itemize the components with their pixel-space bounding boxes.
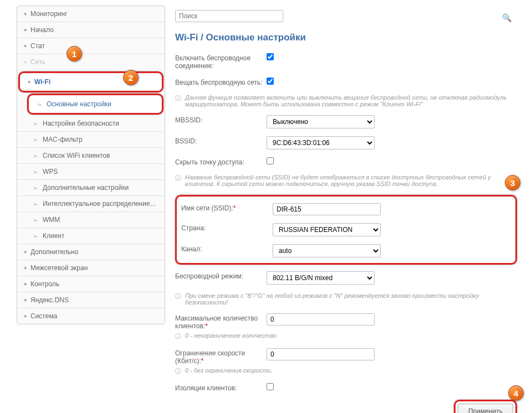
search-icon: 🔍 <box>502 13 511 22</box>
checkbox-isolation[interactable] <box>267 383 274 390</box>
sidebar: ◈Мониторинг ◈Начало ◈Стат ◈Сеть ◈Wi-Fi ›… <box>17 6 165 324</box>
checkbox-broadcast[interactable] <box>267 78 274 85</box>
label-country: Страна: <box>181 223 273 232</box>
sidebar-sub-smart[interactable]: ›Интеллектуальное распределение Wi-Fi- <box>17 196 165 212</box>
sidebar-item-wifi[interactable]: ◈Wi-Fi <box>21 74 161 90</box>
label-hide-ap: Скрыть точку доступа: <box>175 157 267 166</box>
sidebar-item-start[interactable]: ◈Начало <box>17 22 165 38</box>
select-bssid[interactable]: 9C:D6:43:3D:01:06 <box>267 136 375 149</box>
sidebar-item-monitoring[interactable]: ◈Мониторинг <box>17 6 165 22</box>
input-max-clients[interactable] <box>267 313 375 326</box>
sidebar-sub-macfilter[interactable]: ›MAC-фильтр <box>17 132 165 148</box>
checkbox-hide-ap[interactable] <box>267 157 274 164</box>
select-mode[interactable]: 802.11 B/G/N mixed <box>267 271 375 285</box>
page-title: Wi-Fi / Основные настройки <box>175 32 517 43</box>
info-icon <box>175 332 185 340</box>
label-enable-wireless: Включить беспроводное соединение: <box>175 53 267 70</box>
main-content: 🔍 Wi-Fi / Основные настройки Включить бе… <box>171 6 524 413</box>
info-icon <box>175 367 185 375</box>
select-channel[interactable]: auto <box>273 244 381 257</box>
annotation-marker-3: 3 <box>505 175 520 190</box>
sidebar-item-control[interactable]: ◈Контроль <box>17 276 165 292</box>
sidebar-item-network[interactable]: ◈Сеть <box>17 54 165 70</box>
label-ssid: Имя сети (SSID):* <box>181 203 273 212</box>
info-max-clients: 0 - неограниченное количество <box>185 332 517 340</box>
label-mode: Беспроводной режим: <box>175 271 267 280</box>
sidebar-sub-clients[interactable]: ›Список WiFi клиентов <box>17 148 165 164</box>
info-icon <box>175 94 185 107</box>
sidebar-item-status[interactable]: ◈Стат <box>17 38 165 54</box>
sidebar-sub-security[interactable]: ›Настройки безопасности <box>17 116 165 132</box>
apply-button[interactable]: Применить <box>458 404 513 413</box>
info-icon <box>175 292 185 306</box>
annotation-marker-2: 2 <box>123 70 139 85</box>
sidebar-sub-advanced[interactable]: ›Дополнительные настройки <box>17 180 165 196</box>
sidebar-item-additional[interactable]: ◈Дополнительно <box>17 244 165 260</box>
input-ssid[interactable] <box>273 203 381 215</box>
label-mbssid: MBSSID: <box>175 115 267 124</box>
annotation-marker-1: 1 <box>66 46 82 61</box>
search-input[interactable] <box>175 10 283 22</box>
select-country[interactable]: RUSSIAN FEDERATION <box>273 223 381 236</box>
input-rate-limit[interactable] <box>267 348 375 360</box>
label-channel: Канал: <box>181 244 273 253</box>
annotation-marker-4: 4 <box>508 385 524 401</box>
label-rate-limit: Ограничение скорости (Кбит/c):* <box>175 348 267 365</box>
sidebar-sub-basic[interactable]: ›Основные настройки <box>30 96 161 112</box>
label-max-clients: Максимальное количество клиентов:* <box>175 313 267 330</box>
label-isolation: Изоляция клиентов: <box>175 383 267 392</box>
info-hide-ap: Название беспроводной сети (SSID) не буд… <box>185 174 517 187</box>
label-broadcast: Вещать беспроводную сеть: <box>175 78 267 86</box>
sidebar-item-yandexdns[interactable]: ◈Яндекс.DNS <box>17 292 165 308</box>
sidebar-item-system[interactable]: ◈Система <box>17 308 165 324</box>
info-mode: При смене режима с "B"/"G" на любой из р… <box>185 292 517 306</box>
sidebar-sub-client[interactable]: ›Клиент <box>17 228 165 244</box>
sidebar-item-firewall[interactable]: ◈Межсетевой экран <box>17 260 165 276</box>
info-broadcast: Данная функция позволяет включить или вы… <box>185 94 517 107</box>
sidebar-sub-wps[interactable]: ›WPS <box>17 164 165 180</box>
sidebar-sub-wmm[interactable]: ›WMM <box>17 212 165 228</box>
label-bssid: BSSID: <box>175 136 267 145</box>
info-rate-limit: 0 - без ограничения скорости. <box>185 367 517 375</box>
checkbox-enable-wireless[interactable] <box>267 53 274 60</box>
select-mbssid[interactable]: Выключено <box>267 115 375 128</box>
info-icon <box>175 174 185 187</box>
